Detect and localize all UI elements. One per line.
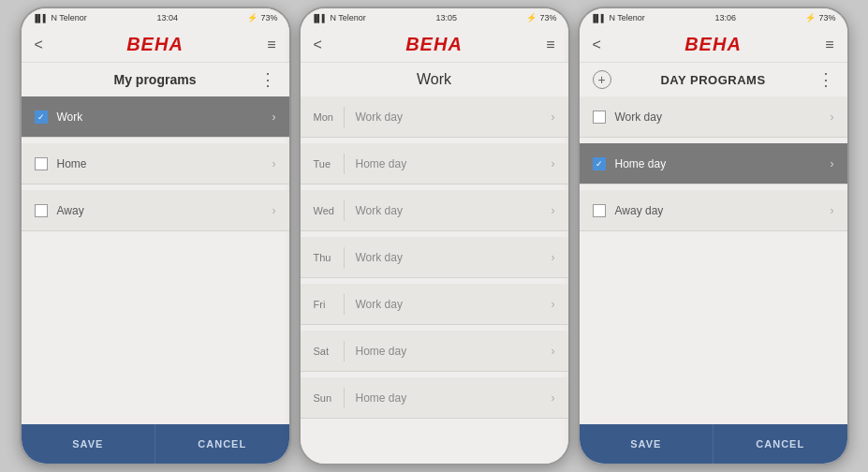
day-row-wed[interactable]: Wed Work day ›	[301, 190, 568, 231]
page-title-3: DAY PROGRAMS	[660, 73, 765, 87]
checkbox-home[interactable]	[35, 157, 48, 170]
bottom-bar-3: SAVE CANCEL	[580, 424, 847, 464]
status-right-1: ⚡ 73%	[247, 13, 277, 22]
signal-icon-1: ▐▌▌	[33, 14, 49, 22]
back-button-2[interactable]: <	[314, 37, 322, 53]
battery-icon-2: ⚡	[526, 13, 537, 22]
day-label-sat: Sat	[314, 346, 344, 357]
screen-day-programs: ▐▌▌ N Telenor 13:06 ⚡ 73% < BEHA ≡ + DAY…	[578, 7, 849, 465]
status-left-1: ▐▌▌ N Telenor	[33, 13, 87, 22]
day-sep-sun	[344, 388, 345, 408]
item-label-home: Home	[57, 157, 272, 170]
item-label-homeday: Home day	[615, 157, 831, 170]
chevron-fri: ›	[552, 298, 555, 311]
chevron-sat: ›	[552, 345, 555, 358]
dots-icon-3[interactable]: ⋮	[817, 69, 834, 90]
cancel-button-1[interactable]: CANCEL	[155, 424, 289, 464]
day-programs-list: Work day › Home day › Away day ›	[580, 96, 847, 424]
page-title-bar-3: + DAY PROGRAMS ⋮	[580, 63, 847, 96]
chevron-sun: ›	[552, 391, 555, 405]
screen-work-schedule: ▐▌▌ N Telenor 13:05 ⚡ 73% < BEHA ≡ Work …	[299, 7, 570, 465]
checkbox-away[interactable]	[35, 204, 48, 217]
list-item-work[interactable]: Work ›	[22, 96, 289, 138]
time-label-1: 13:04	[156, 13, 178, 22]
menu-icon-3[interactable]: ≡	[825, 37, 833, 53]
day-sep-thu	[344, 247, 345, 268]
carrier-label-3: N Telenor	[610, 13, 645, 22]
top-nav-1: < BEHA ≡	[22, 27, 289, 63]
back-button-1[interactable]: <	[35, 37, 43, 53]
chevron-awayday: ›	[831, 204, 834, 217]
day-sep-fri	[344, 294, 345, 315]
programs-list: Work › Home › Away ›	[22, 96, 289, 424]
list-item-workday[interactable]: Work day ›	[580, 96, 847, 138]
bottom-bar-1: SAVE CANCEL	[22, 424, 289, 464]
list-item-home[interactable]: Home ›	[22, 143, 289, 184]
chevron-workday: ›	[831, 111, 834, 124]
day-value-thu: Work day	[356, 251, 552, 264]
back-button-3[interactable]: <	[593, 37, 601, 53]
battery-label-2: 73%	[539, 13, 556, 22]
carrier-label-1: N Telenor	[51, 13, 87, 22]
menu-icon-2[interactable]: ≡	[546, 37, 554, 53]
day-sep-wed	[344, 200, 345, 221]
battery-label-3: 73%	[818, 13, 835, 22]
days-list: Mon Work day › Tue Home day › Wed Work d…	[301, 96, 568, 464]
chevron-home: ›	[272, 157, 276, 170]
day-row-fri[interactable]: Fri Work day ›	[301, 284, 568, 325]
status-right-3: ⚡ 73%	[805, 13, 835, 22]
day-label-fri: Fri	[314, 299, 344, 310]
chevron-wed: ›	[552, 204, 555, 217]
status-left-2: ▐▌▌ N Telenor	[312, 13, 366, 22]
status-bar-1: ▐▌▌ N Telenor 13:04 ⚡ 73%	[22, 8, 289, 27]
chevron-homeday: ›	[831, 157, 834, 170]
day-row-sat[interactable]: Sat Home day ›	[301, 331, 568, 372]
battery-icon-1: ⚡	[247, 13, 257, 22]
chevron-away: ›	[272, 204, 276, 217]
day-row-sun[interactable]: Sun Home day ›	[301, 377, 568, 419]
list-item-away[interactable]: Away ›	[22, 190, 289, 231]
plus-icon-3[interactable]: +	[593, 70, 611, 89]
day-row-mon[interactable]: Mon Work day ›	[301, 96, 568, 138]
status-right-2: ⚡ 73%	[526, 13, 556, 22]
cancel-button-3[interactable]: CANCEL	[714, 424, 847, 464]
chevron-thu: ›	[552, 251, 555, 264]
status-bar-3: ▐▌▌ N Telenor 13:06 ⚡ 73%	[580, 8, 847, 27]
day-value-fri: Work day	[356, 298, 552, 311]
beha-logo-3: BEHA	[684, 34, 742, 55]
page-title-bar-2: Work	[301, 63, 568, 96]
day-row-thu[interactable]: Thu Work day ›	[301, 237, 568, 278]
signal-icon-3: ▐▌▌	[591, 14, 607, 22]
chevron-mon: ›	[552, 111, 555, 124]
save-button-3[interactable]: SAVE	[580, 424, 714, 464]
battery-label-1: 73%	[260, 13, 277, 22]
checkbox-awayday[interactable]	[593, 204, 606, 217]
page-title-2: Work	[417, 71, 451, 88]
checkbox-work[interactable]	[35, 111, 48, 124]
status-bar-2: ▐▌▌ N Telenor 13:05 ⚡ 73%	[301, 8, 568, 27]
day-value-wed: Work day	[356, 204, 552, 217]
day-sep-sat	[344, 341, 345, 361]
item-label-work: Work	[57, 111, 272, 124]
list-item-awayday[interactable]: Away day ›	[580, 190, 847, 231]
list-item-homeday[interactable]: Home day ›	[580, 143, 847, 184]
menu-icon-1[interactable]: ≡	[267, 37, 275, 53]
page-title-1: My programs	[114, 72, 197, 87]
dots-icon-1[interactable]: ⋮	[259, 69, 276, 90]
battery-icon-3: ⚡	[805, 13, 816, 22]
day-row-tue[interactable]: Tue Home day ›	[301, 143, 568, 184]
day-label-tue: Tue	[314, 158, 344, 170]
time-label-3: 13:06	[714, 13, 736, 22]
day-label-thu: Thu	[314, 252, 344, 263]
save-button-1[interactable]: SAVE	[22, 424, 156, 464]
checkbox-workday[interactable]	[593, 111, 606, 124]
top-nav-2: < BEHA ≡	[301, 27, 568, 63]
item-label-workday: Work day	[615, 111, 831, 124]
beha-logo-1: BEHA	[126, 34, 184, 55]
chevron-tue: ›	[552, 157, 555, 170]
day-sep-tue	[344, 154, 345, 174]
day-value-mon: Work day	[356, 111, 552, 124]
beha-logo-2: BEHA	[405, 34, 463, 55]
day-label-sun: Sun	[314, 392, 344, 404]
checkbox-homeday[interactable]	[593, 157, 606, 170]
